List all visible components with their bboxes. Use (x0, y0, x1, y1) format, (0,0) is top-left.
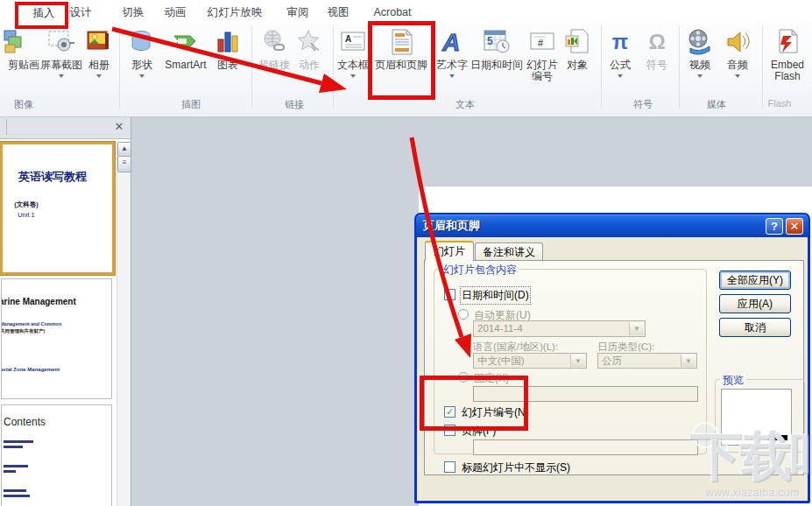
close-icon[interactable]: ✕ (786, 218, 803, 235)
calendar-combo-value: 公历 (602, 355, 622, 366)
chevron-down-icon (96, 74, 102, 78)
textbox-icon: A (338, 27, 368, 57)
video-icon (685, 27, 715, 57)
group-label-flash: Flash (768, 98, 792, 109)
screenshot-icon (46, 27, 76, 57)
tab-notes-handouts[interactable]: 备注和讲义 (475, 242, 543, 261)
group-label-media: 媒体 (707, 98, 726, 111)
slide3-textline (4, 495, 30, 497)
group-separator (251, 26, 252, 109)
slides-panel-header: ✕ (0, 117, 131, 139)
group-separator (762, 26, 763, 109)
scrollbar-thumb[interactable]: ≡ (117, 156, 131, 172)
textbox-button[interactable]: A 文本框 (336, 25, 370, 110)
equation-pi-icon: π (605, 27, 635, 57)
annotation-box-header-footer (368, 21, 435, 100)
combo-dropdown-icon: ▼ (629, 322, 644, 335)
footer-field[interactable] (473, 439, 698, 455)
object-icon (562, 27, 592, 57)
groupbox-caption: 幻灯片包含内容 (441, 263, 519, 278)
close-icon[interactable]: ✕ (112, 120, 126, 134)
date-time-checkbox-label[interactable]: 日期和时间(D) (462, 288, 529, 303)
cancel-button[interactable]: 取消 (719, 318, 791, 337)
svg-text:5: 5 (487, 35, 493, 47)
group-label-illustrations: 插图 (181, 98, 201, 111)
slide3-textline (4, 489, 26, 492)
slide3-title: Contents (4, 416, 46, 428)
svg-text:A: A (345, 34, 351, 44)
preview-slide-number-mark (768, 435, 787, 440)
combo-dropdown-icon: ▼ (681, 355, 695, 367)
slide-thumbnail-1[interactable]: 英语读写教程 (文科卷) Unit 1 (0, 142, 115, 275)
slide1-unit: Unit 1 (4, 211, 48, 219)
slide2-line1: Management and Common (1, 321, 61, 327)
apply-button[interactable]: 应用(A) (719, 294, 791, 313)
slide3-textline (4, 440, 33, 443)
slide-thumbnail-3[interactable]: Contents (1, 404, 112, 506)
group-separator (601, 26, 602, 109)
slide2-title: arine Management (1, 297, 76, 306)
tab-acrobat[interactable]: Acrobat (364, 3, 420, 22)
combo-dropdown-icon: ▼ (570, 355, 585, 367)
chevron-down-icon (350, 74, 356, 78)
panel-scrollbar[interactable]: ▲ ≡ (117, 142, 131, 506)
chevron-down-icon (697, 74, 703, 78)
preview-box (721, 389, 792, 446)
chevron-down-icon (449, 74, 455, 78)
header-footer-dialog: 页眉和页脚 ? ✕ 幻灯片 备注和讲义 幻灯片包含内容 日期和时间(D) 自动更… (414, 213, 810, 503)
hyperlink-icon (259, 27, 289, 57)
tab-view[interactable]: 视图 (317, 3, 359, 22)
auto-update-radio (458, 309, 469, 320)
annotation-box-slide-number (420, 376, 528, 431)
calendar-combo: 公历 ▼ (597, 353, 697, 369)
wordart-icon: A (437, 27, 467, 57)
slide-number-button[interactable]: # 幻灯片 编号 (524, 25, 561, 110)
clipart-icon (3, 27, 32, 57)
date-time-icon: 5 (482, 27, 512, 57)
slide-number-icon: # (527, 27, 557, 57)
annotation-box-insert-tab (15, 2, 68, 29)
group-label-images: 图像 (14, 98, 33, 111)
group-label-text: 文本 (455, 98, 475, 111)
audio-icon (723, 27, 752, 57)
tab-slide[interactable]: 幻灯片 (425, 241, 474, 261)
ribbon-tab-row: 插入 设计 切换 动画 幻灯片放映 审阅 视图 Acrobat (0, 0, 812, 23)
title-slide-label[interactable]: 标题幻灯片中不显示(S) (462, 460, 570, 475)
help-icon[interactable]: ? (766, 218, 783, 235)
smartart-icon (171, 27, 201, 57)
slide2-line2: 共同管理和共有财产) (1, 328, 45, 334)
slide3-textline (4, 465, 28, 467)
group-separator (333, 26, 334, 109)
chart-button[interactable]: 图表 (210, 25, 245, 110)
photo-album-icon (84, 27, 114, 57)
preview-caption: 预览 (720, 373, 746, 388)
date-combo: 2014-11-4 ▼ (473, 320, 646, 337)
date-time-button[interactable]: 5 日期和时间 (470, 25, 523, 110)
chevron-down-icon (618, 74, 623, 78)
language-combo: 中文(中国) ▼ (473, 353, 587, 369)
equation-button[interactable]: π 公式 (604, 25, 636, 110)
action-icon (294, 27, 324, 57)
embed-flash-icon (773, 27, 802, 57)
slide2-line3: astal Zone Management (1, 367, 60, 372)
tab-review[interactable]: 审阅 (275, 3, 321, 22)
title-slide-checkbox[interactable] (444, 461, 455, 473)
apply-all-button[interactable]: 全部应用(Y) (719, 271, 791, 290)
date-time-checkbox[interactable] (444, 289, 455, 300)
chevron-down-icon (59, 74, 64, 78)
tab-transitions[interactable]: 切换 (110, 3, 156, 22)
shapes-button[interactable]: 形状 (123, 25, 161, 110)
dialog-title: 页眉和页脚 (416, 214, 808, 237)
tab-animations[interactable]: 动画 (152, 3, 198, 22)
tab-slideshow[interactable]: 幻灯片放映 (198, 3, 272, 22)
photo-album-button[interactable]: 相册 (77, 25, 121, 110)
slide-thumbnail-2[interactable]: arine Management Management and Common 共… (1, 278, 112, 399)
slides-panel: ✕ 英语读写教程 (文科卷) Unit 1 arine Management M… (0, 117, 131, 506)
object-button[interactable]: 对象 (561, 25, 593, 110)
panel-tab-divider (6, 119, 7, 135)
powerpoint-window: 插入 设计 切换 动画 幻灯片放映 审阅 视图 Acrobat 剪贴画 屏幕截图 (0, 0, 812, 506)
symbol-omega-icon: Ω (642, 27, 672, 57)
scroll-up-icon[interactable]: ▲ (117, 142, 131, 157)
svg-text:#: # (538, 38, 543, 48)
calendar-type-label: 日历类型(C): (597, 341, 654, 354)
